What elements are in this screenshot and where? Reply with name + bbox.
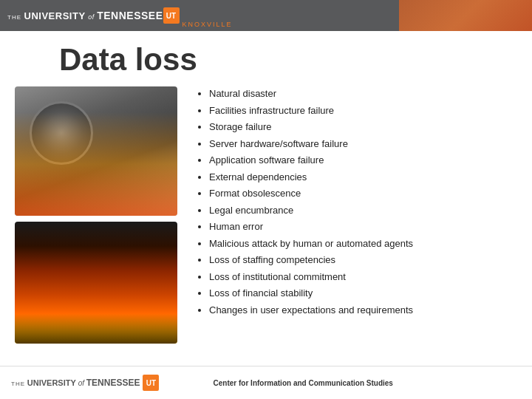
list-item: External dependencies [209,170,517,185]
footer-university: UNIVERSITY [27,378,78,387]
list-item: Storage failure [209,120,517,134]
footer-of: of [78,379,84,387]
list-item: Natural disaster [209,86,517,101]
images-column [15,86,185,344]
logo-of: of [88,13,95,21]
logo-the: THE [7,14,21,21]
logo-tennessee: TENNESSEE [97,10,163,21]
footer-tennessee: TENNESSEE [86,378,140,388]
bullet-list-container: Natural disaster Facilities infrastructu… [196,86,517,344]
hard-drive-image [15,86,177,216]
footer-logo-line1: THE UNIVERSITY of TENNESSEE [11,378,140,388]
list-item: Format obsolescence [209,186,517,201]
list-item: Loss of institutional commitment [209,270,517,284]
footer-center-label: Center for Information and Communication… [214,379,393,387]
content-area: Natural disaster Facilities infrastructu… [15,86,517,344]
list-item: Malicious attack by human or automated a… [209,236,517,251]
list-item: Loss of staffing competencies [209,253,517,267]
header-logo: THE UNIVERSITY of TENNESSEE [7,10,163,22]
logo-university: UNIVERSITY [24,10,86,21]
list-item: Legal encumbrance [209,203,517,218]
main-content: Data loss Natural disaster Facilities in… [0,31,532,366]
header-bg-image [399,0,532,31]
list-item: Application software failure [209,153,517,168]
ut-logo-icon: UT [163,7,180,24]
fire-building-image [15,222,177,344]
footer-logo-text: THE UNIVERSITY of TENNESSEE [11,378,140,388]
knoxville-label: KNOXVILLE [183,21,233,28]
page-title: Data loss [59,42,517,78]
footer: THE UNIVERSITY of TENNESSEE UT Center fo… [0,366,532,399]
list-item: Loss of financial stability [209,286,517,301]
list-item: Human error [209,219,517,234]
footer-the: THE [11,381,25,387]
list-item: Server hardware/software failure [209,137,517,151]
list-item: Changes in user expectations and require… [209,303,517,318]
flame-overlay [15,86,177,216]
footer-ut-icon: UT [143,375,159,391]
data-loss-list: Natural disaster Facilities infrastructu… [196,86,517,317]
list-item: Facilities infrastructure failure [209,103,517,118]
footer-logo: THE UNIVERSITY of TENNESSEE UT [11,375,159,391]
